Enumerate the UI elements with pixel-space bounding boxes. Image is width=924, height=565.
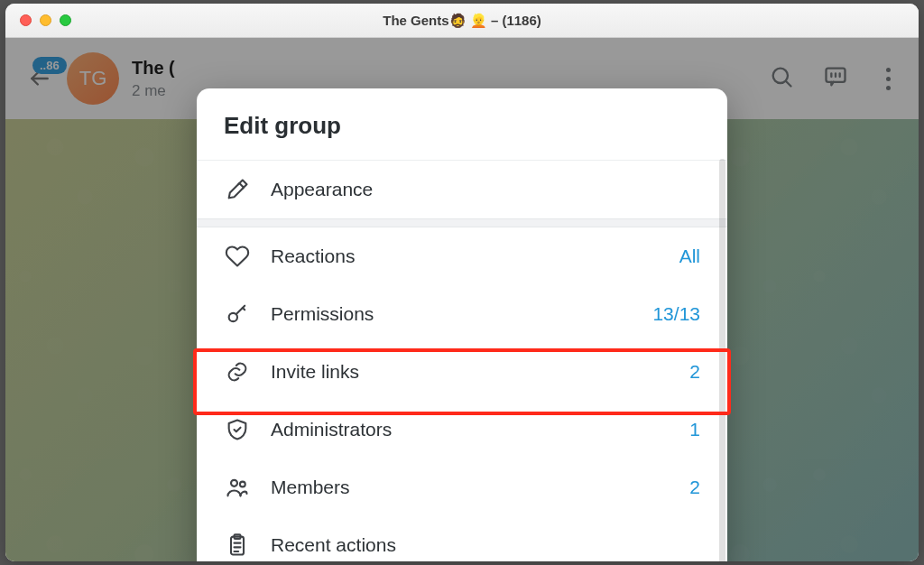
row-reactions-value: All [679,245,700,267]
link-icon [224,358,251,385]
app-window: The Gents🧔 👱 – (1186) ..86 TG The ( 2 me [5,4,919,561]
paintbrush-icon [224,176,251,203]
heart-icon [224,243,251,270]
row-recent-actions-label: Recent actions [271,534,700,556]
people-icon [224,474,251,501]
section-divider [197,218,727,227]
window-close-button[interactable] [20,14,32,26]
svg-point-8 [231,480,237,486]
row-permissions-label: Permissions [271,303,633,325]
edit-group-modal: Edit group Appearance Reactions All [197,88,727,561]
modal-title: Edit group [197,88,727,161]
clipboard-icon [224,532,251,559]
row-administrators-value: 1 [689,419,700,440]
row-administrators[interactable]: Administrators 1 [197,401,727,458]
row-reactions-label: Reactions [271,245,660,267]
row-appearance-label: Appearance [271,179,700,200]
row-permissions[interactable]: Permissions 13/13 [197,285,727,343]
app-body: ..86 TG The ( 2 me [5,38,919,561]
row-invite-links-label: Invite links [271,361,670,383]
row-appearance[interactable]: Appearance [197,161,727,218]
row-permissions-value: 13/13 [652,303,700,325]
row-members-label: Members [271,477,670,498]
row-members-value: 2 [689,477,700,498]
window-controls [5,14,71,26]
mac-titlebar: The Gents🧔 👱 – (1186) [5,4,919,38]
window-title: The Gents🧔 👱 – (1186) [5,13,919,29]
svg-point-9 [240,482,245,487]
row-administrators-label: Administrators [271,419,670,440]
row-invite-links-value: 2 [689,361,700,383]
row-reactions[interactable]: Reactions All [197,227,727,285]
window-minimize-button[interactable] [40,14,51,26]
key-icon [224,301,251,328]
window-maximize-button[interactable] [60,14,71,26]
row-recent-actions[interactable]: Recent actions [197,516,727,561]
modal-scrollbar[interactable] [719,159,725,561]
shield-icon [224,416,251,443]
row-members[interactable]: Members 2 [197,458,727,516]
row-invite-links[interactable]: Invite links 2 [197,343,727,401]
